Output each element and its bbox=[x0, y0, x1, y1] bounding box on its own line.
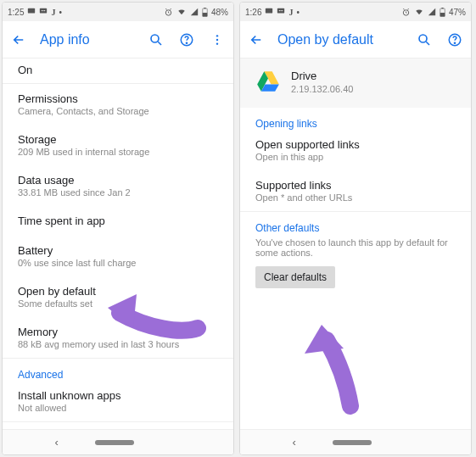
app-header-row: Drive 2.19.132.06.40 bbox=[240, 59, 471, 108]
row-label: Supported links bbox=[255, 179, 456, 192]
row-label: On bbox=[18, 64, 218, 76]
wifi-icon bbox=[176, 8, 187, 16]
row-storage[interactable]: Storage 209 MB used in internal storage bbox=[3, 125, 233, 165]
svg-point-13 bbox=[216, 38, 218, 40]
svg-point-11 bbox=[186, 42, 187, 43]
svg-point-9 bbox=[151, 35, 159, 42]
notification-music-icon: J bbox=[51, 8, 55, 17]
app-name: Drive bbox=[291, 70, 353, 82]
row-battery[interactable]: Battery 0% use since last full charge bbox=[3, 236, 233, 276]
battery-icon bbox=[440, 8, 445, 17]
row-sublabel: Not allowed bbox=[18, 403, 218, 413]
status-bar: 1:26 J • 47% bbox=[240, 3, 471, 21]
svg-rect-22 bbox=[441, 8, 443, 8]
svg-point-2 bbox=[42, 10, 42, 11]
overflow-menu-icon[interactable] bbox=[208, 31, 227, 49]
nav-back-icon[interactable]: ‹ bbox=[292, 436, 295, 449]
annotation-arrow-icon bbox=[300, 321, 376, 415]
row-label: Data usage bbox=[18, 174, 218, 187]
svg-rect-0 bbox=[28, 8, 35, 14]
row-label: Open supported links bbox=[255, 138, 456, 151]
svg-point-12 bbox=[216, 35, 218, 36]
svg-rect-15 bbox=[266, 8, 272, 14]
row-time-spent[interactable]: Time spent in app bbox=[3, 206, 233, 236]
notification-dot-icon: • bbox=[59, 8, 62, 17]
phone-left: 1:25 J • 48% bbox=[2, 2, 234, 455]
battery-icon bbox=[202, 8, 208, 17]
row-data-usage[interactable]: Data usage 33.81 MB used since Jan 2 bbox=[3, 165, 233, 206]
row-label: Memory bbox=[18, 326, 218, 338]
row-label: Time spent in app bbox=[18, 215, 218, 227]
help-icon[interactable] bbox=[445, 31, 464, 49]
row-label: Storage bbox=[18, 133, 218, 146]
row-open-supported-links[interactable]: Open supported links Open in this app bbox=[240, 133, 471, 170]
notification-chat-icon bbox=[39, 7, 48, 17]
svg-point-26 bbox=[454, 42, 455, 43]
back-icon[interactable] bbox=[9, 31, 28, 49]
battery-pct: 47% bbox=[449, 8, 466, 17]
app-version: 2.19.132.06.40 bbox=[291, 84, 353, 94]
row-on[interactable]: On bbox=[3, 59, 233, 83]
svg-rect-8 bbox=[203, 13, 208, 16]
back-icon[interactable] bbox=[247, 31, 266, 49]
svg-point-24 bbox=[419, 35, 427, 42]
status-time: 1:25 bbox=[8, 8, 24, 17]
status-right: 47% bbox=[401, 8, 466, 17]
row-sublabel: Open in this app bbox=[255, 152, 456, 162]
status-right: 48% bbox=[164, 8, 228, 17]
svg-point-19 bbox=[283, 10, 283, 11]
status-bar: 1:25 J • 48% bbox=[3, 3, 233, 21]
app-header-text: Drive 2.19.132.06.40 bbox=[291, 70, 353, 94]
nav-home-pill[interactable] bbox=[333, 440, 372, 445]
signal-icon bbox=[428, 8, 436, 16]
app-bar: App info bbox=[3, 21, 233, 59]
status-left: 1:25 J • bbox=[8, 7, 62, 17]
svg-rect-7 bbox=[204, 8, 205, 8]
app-bar: Open by default bbox=[240, 21, 471, 59]
clear-defaults-button[interactable]: Clear defaults bbox=[255, 266, 335, 288]
section-other-defaults: Other defaults bbox=[240, 212, 471, 237]
row-label: Open by default bbox=[18, 285, 218, 298]
notification-music-icon: J bbox=[288, 8, 293, 17]
page-title: Open by default bbox=[277, 32, 403, 47]
svg-point-17 bbox=[279, 10, 280, 11]
row-install-unknown[interactable]: Install unknown apps Not allowed bbox=[3, 384, 233, 421]
row-sublabel: 209 MB used in internal storage bbox=[18, 147, 218, 157]
section-store[interactable]: Store bbox=[3, 422, 233, 429]
row-sublabel: 0% use since last full charge bbox=[18, 258, 218, 268]
svg-point-3 bbox=[43, 10, 44, 11]
section-opening-links: Opening links bbox=[240, 108, 471, 133]
nav-home-pill[interactable] bbox=[95, 440, 134, 445]
wifi-icon bbox=[414, 8, 424, 16]
notification-dot-icon: • bbox=[296, 8, 300, 17]
section-advanced[interactable]: Advanced bbox=[3, 359, 233, 384]
search-icon[interactable] bbox=[415, 31, 434, 49]
notification-chat-icon bbox=[277, 7, 285, 17]
row-supported-links[interactable]: Supported links Open * and other URLs bbox=[240, 170, 471, 211]
nav-back-icon[interactable]: ‹ bbox=[54, 436, 58, 449]
drive-app-icon bbox=[255, 69, 281, 94]
status-time: 1:26 bbox=[245, 8, 261, 17]
svg-point-4 bbox=[45, 10, 46, 11]
search-icon[interactable] bbox=[147, 31, 165, 49]
row-open-by-default[interactable]: Open by default Some defaults set bbox=[3, 276, 233, 317]
status-left: 1:26 J • bbox=[245, 7, 300, 17]
row-label: Battery bbox=[18, 244, 218, 257]
row-sublabel: Some defaults set bbox=[18, 298, 218, 309]
app-header-block: Drive 2.19.132.06.40 bbox=[240, 59, 471, 108]
page-title: App info bbox=[40, 32, 135, 47]
alarm-icon bbox=[164, 8, 173, 17]
svg-point-18 bbox=[281, 10, 282, 11]
help-icon[interactable] bbox=[177, 31, 196, 49]
alarm-icon bbox=[401, 8, 411, 17]
signal-icon bbox=[190, 8, 199, 16]
battery-pct: 48% bbox=[211, 8, 228, 17]
row-label: Permissions bbox=[18, 92, 218, 105]
svg-point-14 bbox=[216, 42, 218, 44]
row-sublabel: 88 kB avg memory used in last 3 hours bbox=[18, 339, 218, 349]
row-permissions[interactable]: Permissions Camera, Contacts, and Storag… bbox=[3, 84, 233, 125]
nav-bar: ‹ bbox=[240, 429, 471, 454]
svg-rect-23 bbox=[440, 13, 445, 16]
phone-right: 1:26 J • 47% bbox=[239, 2, 472, 455]
row-memory[interactable]: Memory 88 kB avg memory used in last 3 h… bbox=[3, 317, 233, 358]
